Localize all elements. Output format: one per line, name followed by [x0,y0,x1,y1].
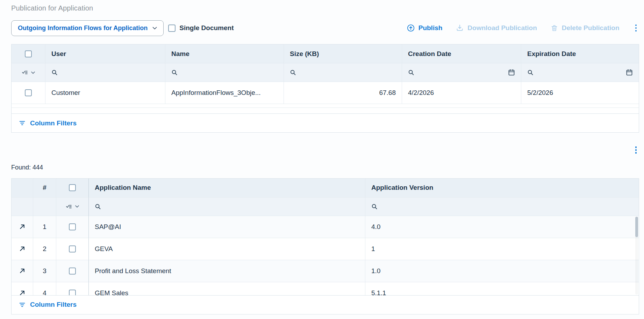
selection-filter-cell[interactable] [56,197,89,216]
column-filters-label: Column Filters [30,119,77,127]
select-all-checkbox[interactable] [25,50,32,57]
applications-grid: # Application Name Application Version [11,178,639,314]
flow-type-dropdown[interactable]: Outgoing Information Flows for Applicati… [11,20,164,36]
open-row-cell [12,282,33,295]
search-icon [371,203,378,210]
application-name-cell: GEVA [89,238,365,260]
row-checkbox[interactable] [69,290,76,295]
applications-overflow-menu-button[interactable] [633,145,639,155]
filter-size-input[interactable] [284,63,402,82]
open-row-button[interactable] [18,222,27,231]
chevron-down-icon [152,27,157,30]
filter-name-input[interactable] [165,63,284,82]
row-checkbox-cell [56,260,89,282]
row-checkbox-cell [56,282,89,295]
filter-application-name-input[interactable] [89,197,365,216]
application-version-cell: 1.0 [365,260,639,282]
calendar-icon[interactable] [508,69,515,76]
filter-empty-cell [33,197,56,216]
trash-icon [550,24,558,32]
column-header-size[interactable]: Size (KB) [284,44,402,63]
search-icon [290,69,296,76]
application-row[interactable]: 1 SAP@AI 4.0 [12,216,639,238]
clipped-row [12,104,639,108]
column-header-application-version[interactable]: Application Version [365,179,639,197]
column-header-user[interactable]: User [45,44,165,63]
column-filters-label: Column Filters [30,301,77,308]
publish-button[interactable]: Publish [407,24,443,32]
row-checkbox[interactable] [25,89,32,96]
chevron-down-icon [31,71,35,74]
filter-user-input[interactable] [45,63,165,82]
creation-date-cell: 4/2/2026 [402,82,521,104]
size-cell: 67.68 [284,82,402,104]
search-icon [408,69,414,76]
publications-header-row: User Name Size (KB) Creation Date Expira… [12,44,639,63]
search-icon [95,203,101,210]
checklist-filter-icon [22,69,28,76]
filter-application-version-input[interactable] [365,197,639,216]
column-header-application-name[interactable]: Application Name [89,179,365,197]
row-checkbox[interactable] [69,268,76,275]
calendar-icon[interactable] [626,69,633,76]
publications-grid: User Name Size (KB) Creation Date Expira… [11,44,639,133]
user-cell: Customer [45,82,165,104]
filter-expiration-date-input[interactable] [521,63,639,82]
row-checkbox-cell [56,238,89,260]
row-checkbox[interactable] [69,223,76,230]
open-column-header [12,179,33,197]
select-all-checkbox[interactable] [69,184,76,191]
column-filters-button[interactable]: Column Filters [12,113,639,132]
open-row-cell [12,238,33,260]
application-version-cell: 4.0 [365,216,639,238]
flow-type-dropdown-label: Outgoing Information Flows for Applicati… [18,25,148,32]
column-header-expiration-date[interactable]: Expiration Date [521,44,639,63]
applications-rows-viewport: 1 SAP@AI 4.0 2 GEVA 1 [12,216,639,295]
application-name-cell: SAP@AI [89,216,365,238]
open-row-cell [12,260,33,282]
open-row-button[interactable] [18,266,27,275]
row-checkbox[interactable] [69,245,76,252]
found-count: Found: 444 [11,164,639,171]
download-icon [456,24,464,32]
download-publication-button[interactable]: Download Publication [456,24,537,32]
open-row-cell [12,216,33,238]
vertical-scrollbar[interactable] [635,217,638,294]
application-name-cell: GEM Sales [89,282,365,295]
column-header-name[interactable]: Name [165,44,284,63]
publications-overflow-menu-button[interactable] [633,23,639,34]
expiration-date-cell: 5/2/2026 [521,82,639,104]
row-number: 1 [33,216,56,238]
application-row[interactable]: 3 Profit and Loss Statement 1.0 [12,260,639,282]
filter-funnel-icon [19,301,26,308]
toolbar: Outgoing Information Flows for Applicati… [11,20,639,36]
open-row-button[interactable] [18,244,27,253]
application-row[interactable]: 4 GEM Sales 5.1.1 [12,282,639,295]
column-header-index[interactable]: # [33,179,56,197]
grid-bottom-spacer [12,108,639,113]
page-title: Publication for Application [11,4,639,12]
single-document-field[interactable]: Single Document [168,24,234,32]
publication-row[interactable]: Customer AppInformationFlows_3Obje... 67… [12,82,639,104]
delete-publication-button[interactable]: Delete Publication [550,24,620,32]
search-icon [51,69,58,76]
filter-creation-date-input[interactable] [402,63,521,82]
applications-menu-row [11,145,639,155]
download-publication-label: Download Publication [467,24,537,32]
publications-filter-row [12,63,639,82]
row-checkbox-cell [56,216,89,238]
search-icon [171,69,178,76]
open-row-button[interactable] [18,289,27,295]
applications-filter-row [12,197,639,216]
publish-label: Publish [418,24,443,32]
delete-publication-label: Delete Publication [562,24,620,32]
column-header-creation-date[interactable]: Creation Date [402,44,521,63]
column-filters-button[interactable]: Column Filters [12,295,639,314]
select-all-cell [12,44,45,63]
selection-filter-cell[interactable] [12,63,45,82]
applications-header-row: # Application Name Application Version [12,179,639,197]
vertical-scrollbar-thumb[interactable] [635,217,638,237]
application-row[interactable]: 2 GEVA 1 [12,238,639,260]
single-document-checkbox[interactable] [168,25,176,32]
application-version-cell: 1 [365,238,639,260]
